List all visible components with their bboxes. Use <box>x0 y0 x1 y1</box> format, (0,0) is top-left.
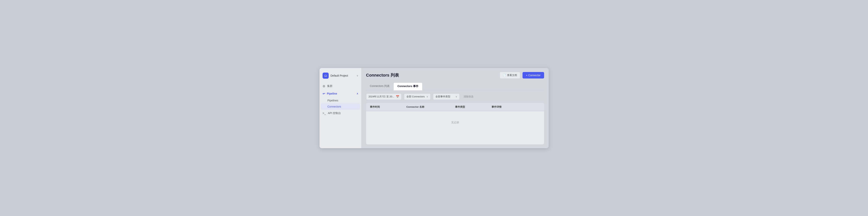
sidebar-item-api-console[interactable]: >_ API 控制台 <box>319 110 361 117</box>
page-title: Connectors 列表 <box>366 72 399 78</box>
col-event-type: 事件类型 <box>455 105 492 109</box>
data-table: 事件时间 Connector 名称 事件类型 事件详情 无记录 <box>366 103 544 144</box>
tab-connectors-list[interactable]: Connectors 列表 <box>366 83 394 90</box>
col-event-time: 事件时间 <box>370 105 406 109</box>
connector-filter-chevron-icon: ∨ <box>427 95 428 98</box>
tab-events-label: Connectors 事件 <box>397 85 418 88</box>
pipeline-chevron-icon: ∧ <box>356 92 358 95</box>
sidebar-item-pipeline[interactable]: ↩ Pipeline ∧ <box>319 90 361 97</box>
sidebar-item-pipelines[interactable]: Pipelines <box>319 97 361 103</box>
main-header: Connectors 列表 📄 查看文档 + Connector <box>366 72 544 79</box>
sidebar: 🗂 Default Project ∨ ⚙ 集群 ↩ Pipeline ∧ Pi… <box>319 68 362 148</box>
filters-row: 2024年11月7日 至 20... 📅 全部 Connectors ∨ 全部事… <box>366 93 544 100</box>
sidebar-item-pipeline-label: Pipeline <box>327 92 337 95</box>
clear-filter-label: 清除筛选 <box>464 95 473 98</box>
doc-button[interactable]: 📄 查看文档 <box>500 72 520 79</box>
doc-icon: 📄 <box>503 74 506 76</box>
table-header: 事件时间 Connector 名称 事件类型 事件详情 <box>366 103 544 111</box>
pipeline-icon: ↩ <box>322 92 325 95</box>
date-range-filter[interactable]: 2024年11月7日 至 20... 📅 <box>366 93 402 100</box>
sidebar-item-cluster-label: 集群 <box>327 85 333 88</box>
sidebar-item-api-console-label: API 控制台 <box>328 112 341 115</box>
pipeline-sub-items: Pipelines Connectors <box>319 97 361 110</box>
clear-filter-button[interactable]: 清除筛选 <box>462 94 475 99</box>
tabs-bar: Connectors 列表 Connectors 事件 <box>366 83 544 90</box>
connector-filter-label: 全部 Connectors <box>406 95 425 98</box>
table-body: 无记录 <box>366 111 544 134</box>
event-type-filter[interactable]: 全部事件类型 ∨ <box>433 93 460 100</box>
sidebar-item-pipelines-label: Pipelines <box>328 99 338 102</box>
tab-list-label: Connectors 列表 <box>370 85 390 88</box>
empty-state-text: 无记录 <box>451 121 459 124</box>
add-connector-label: + Connector <box>526 74 541 77</box>
project-icon: 🗂 <box>322 72 329 79</box>
col-connector-name: Connector 名称 <box>406 105 455 109</box>
sidebar-item-connectors[interactable]: Connectors <box>321 103 360 110</box>
main-content: Connectors 列表 📄 查看文档 + Connector Connect… <box>362 68 549 148</box>
api-console-icon: >_ <box>322 112 326 115</box>
calendar-icon: 📅 <box>396 95 399 98</box>
project-chevron-icon: ∨ <box>356 74 358 77</box>
col-event-detail: 事件详情 <box>492 105 540 109</box>
event-type-chevron-icon: ∨ <box>456 95 457 98</box>
cluster-icon: ⚙ <box>322 85 325 88</box>
doc-button-label: 查看文档 <box>507 73 517 77</box>
event-type-filter-label: 全部事件类型 <box>435 95 450 98</box>
app-container: 🗂 Default Project ∨ ⚙ 集群 ↩ Pipeline ∧ Pi… <box>319 68 549 148</box>
sidebar-item-cluster[interactable]: ⚙ 集群 <box>319 83 361 90</box>
project-selector[interactable]: 🗂 Default Project ∨ <box>319 71 361 83</box>
date-range-text: 2024年11月7日 至 20... <box>369 95 394 98</box>
sidebar-item-connectors-label: Connectors <box>328 105 341 108</box>
connector-filter[interactable]: 全部 Connectors ∨ <box>404 93 431 100</box>
tab-connectors-events[interactable]: Connectors 事件 <box>394 83 423 90</box>
add-connector-button[interactable]: + Connector <box>523 72 544 79</box>
header-actions: 📄 查看文档 + Connector <box>500 72 544 79</box>
project-name: Default Project <box>331 74 355 77</box>
